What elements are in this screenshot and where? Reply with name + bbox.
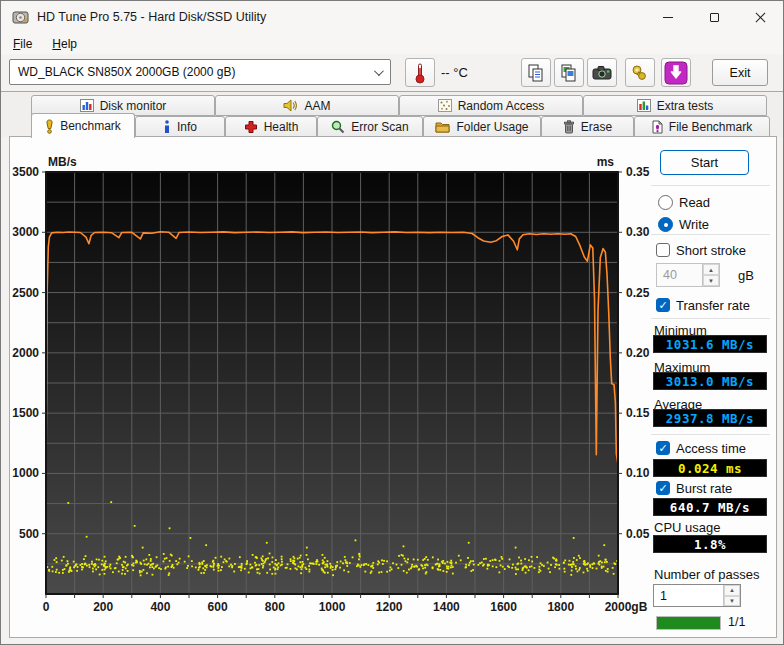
y-left-axis-unit: MB/s	[48, 155, 77, 169]
passes-value: 1	[654, 585, 723, 606]
window-title: HD Tune Pro 5.75 - Hard Disk/SSD Utility	[37, 10, 266, 24]
short-stroke-label: Short stroke	[676, 243, 746, 258]
tab-label: Disk monitor	[100, 99, 167, 113]
separator	[651, 434, 770, 435]
spin-down-icon[interactable]: ▼	[703, 275, 719, 286]
copy-image-icon	[560, 63, 578, 83]
y-left-tick-label: 2000	[12, 346, 39, 360]
x-tick-label: 400	[150, 600, 170, 614]
short-stroke-checkbox[interactable]	[656, 243, 670, 257]
start-button[interactable]: Start	[660, 150, 749, 175]
info-icon	[163, 120, 171, 134]
y-left-tick-label: 1500	[12, 406, 39, 420]
benchmark-exclamation-icon	[45, 119, 54, 134]
maximize-button[interactable]	[691, 1, 737, 33]
write-label: Write	[679, 217, 709, 232]
y-left-tick-label: 2500	[12, 286, 39, 300]
x-tick-label: 800	[265, 600, 285, 614]
temperature-button[interactable]	[405, 58, 435, 87]
cpu-usage-value: 1.8%	[653, 535, 767, 553]
tab-label: Info	[177, 120, 197, 134]
copy-image-button[interactable]	[554, 58, 584, 87]
write-radio[interactable]	[658, 217, 673, 232]
spin-up-icon[interactable]: ▲	[703, 264, 719, 275]
short-stroke-value: 40	[657, 264, 702, 286]
app-window: HD Tune Pro 5.75 - Hard Disk/SSD Utility…	[0, 0, 784, 645]
separator	[651, 234, 770, 235]
tab-benchmark[interactable]: Benchmark	[31, 113, 135, 138]
copy-text-button[interactable]	[521, 58, 551, 87]
separator	[651, 185, 770, 186]
minimize-icon	[663, 17, 673, 18]
access-time-checkbox[interactable]	[656, 441, 670, 455]
tab-extra-tests[interactable]: Extra tests	[583, 95, 767, 116]
tab-label: Random Access	[458, 99, 545, 113]
minimize-button[interactable]	[645, 1, 691, 33]
gold-keys-icon	[630, 63, 650, 83]
access-time-value: 0.024 ms	[653, 459, 767, 477]
maximum-value: 3013.0 MB/s	[653, 372, 767, 390]
camera-icon	[592, 65, 612, 81]
chevron-down-icon	[374, 66, 384, 76]
spin-up-icon[interactable]: ▲	[724, 585, 740, 596]
file-benchmark-icon	[652, 120, 663, 134]
exit-label: Exit	[730, 66, 751, 80]
exit-button[interactable]: Exit	[712, 59, 768, 86]
start-label: Start	[691, 155, 718, 170]
x-tick-label: 1800	[547, 600, 574, 614]
transfer-rate-checkbox[interactable]	[656, 298, 670, 312]
screenshot-button[interactable]	[587, 58, 617, 87]
drive-select-dropdown[interactable]: WD_BLACK SN850X 2000GB (2000 gB)	[9, 59, 391, 85]
speaker-icon	[283, 99, 298, 112]
tab-erase[interactable]: Erase	[541, 116, 634, 137]
x-tick-label: 200	[93, 600, 113, 614]
y-right-axis-unit: ms	[597, 155, 615, 169]
read-radio[interactable]	[658, 195, 673, 210]
tab-aam[interactable]: AAM	[215, 95, 399, 116]
drive-select-value: WD_BLACK SN850X 2000GB (2000 gB)	[18, 65, 235, 79]
tab-info[interactable]: Info	[135, 116, 225, 137]
x-tick-label: 1000	[319, 600, 346, 614]
separator	[651, 318, 770, 319]
burst-rate-checkbox[interactable]	[656, 481, 670, 495]
y-right-tick-label: 0.15	[626, 406, 650, 420]
copy-text-icon	[527, 63, 545, 83]
menu-file[interactable]: File	[10, 35, 35, 53]
trash-icon	[563, 120, 575, 134]
tab-random-access[interactable]: Random Access	[399, 95, 583, 116]
tab-error-scan[interactable]: Error Scan	[317, 116, 423, 137]
health-cross-icon	[244, 120, 258, 134]
x-tick-label: 1400	[433, 600, 460, 614]
close-button[interactable]	[737, 1, 783, 33]
x-tick-label: 1200	[376, 600, 403, 614]
tab-label: Erase	[581, 120, 612, 134]
register-button[interactable]	[625, 58, 655, 87]
y-left-tick-label: 3500	[12, 165, 39, 179]
tab-label: Health	[264, 120, 299, 134]
colored-bar-chart-icon	[637, 99, 651, 112]
tab-folder-usage[interactable]: Folder Usage	[423, 116, 541, 137]
burst-rate-label: Burst rate	[676, 481, 732, 496]
spin-down-icon[interactable]: ▼	[724, 596, 740, 607]
tab-label: Error Scan	[351, 120, 408, 134]
folder-icon	[435, 120, 450, 133]
cpu-usage-label: CPU usage	[654, 520, 720, 535]
y-left-tick-label: 3000	[12, 225, 39, 239]
tab-health[interactable]: Health	[225, 116, 317, 137]
random-dots-icon	[438, 99, 452, 112]
read-label: Read	[679, 195, 710, 210]
tab-label: File Benchmark	[669, 120, 752, 134]
passes-spinner[interactable]: 1 ▲ ▼	[653, 584, 741, 607]
download-update-button[interactable]	[661, 58, 691, 87]
progress-fill	[657, 617, 720, 629]
x-tick-label: 600	[208, 600, 228, 614]
tab-file-benchmark[interactable]: File Benchmark	[634, 116, 770, 137]
menu-help[interactable]: Help	[49, 35, 80, 53]
menu-bar: File Help	[1, 33, 783, 54]
progress-bar	[656, 616, 721, 630]
passes-label: Number of passes	[654, 567, 760, 582]
y-right-tick-label: 0.25	[626, 286, 650, 300]
average-value: 2937.8 MB/s	[653, 409, 767, 427]
y-left-tick-label: 1000	[12, 466, 39, 480]
short-stroke-spinner[interactable]: 40 ▲ ▼	[656, 263, 720, 287]
